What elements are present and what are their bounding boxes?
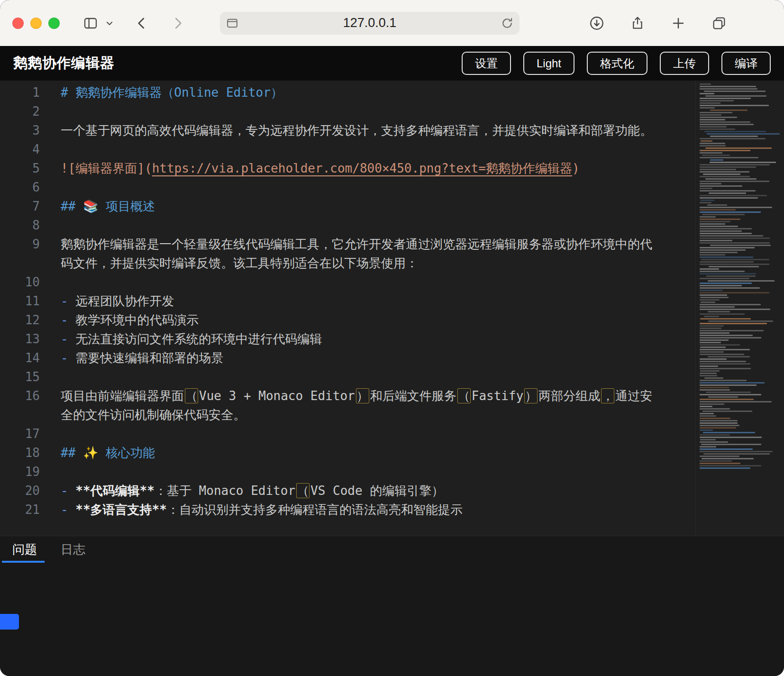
code-line[interactable]: 21- **多语言支持**：自动识别并支持多种编程语言的语法高亮和智能提示 xyxy=(0,500,784,519)
line-number: 11 xyxy=(0,292,40,311)
code-line[interactable]: 12- 教学环境中的代码演示 xyxy=(0,311,784,329)
format-button[interactable]: 格式化 xyxy=(587,52,647,75)
address-bar[interactable]: 127.0.0.1 xyxy=(220,12,520,35)
line-text: - **代码编辑**：基于 Monaco Editor（VS Code 的编辑引… xyxy=(61,481,444,500)
tab-problems-label: 问题 xyxy=(12,541,37,558)
upload-button[interactable]: 上传 xyxy=(660,52,709,75)
new-tab-button[interactable] xyxy=(667,12,689,34)
line-number: 6 xyxy=(0,178,40,197)
code-line[interactable]: 9鹅鹅协作编辑器是一个轻量级在线代码编辑工具，它允许开发者通过浏览器远程编辑服务… xyxy=(0,235,784,273)
tab-logs[interactable]: 日志 xyxy=(61,536,85,563)
downloads-button[interactable] xyxy=(586,12,608,34)
code-line[interactable]: 16项目由前端编辑器界面（Vue 3 + Monaco Editor）和后端文件… xyxy=(0,386,784,424)
line-number: 14 xyxy=(0,348,40,367)
code-line[interactable]: 11- 远程团队协作开发 xyxy=(0,292,784,311)
code-line[interactable]: 17 xyxy=(0,424,784,443)
tab-overview-button[interactable] xyxy=(708,12,730,34)
forward-button[interactable] xyxy=(167,12,189,34)
theme-toggle-button[interactable]: Light xyxy=(523,52,574,75)
line-text: ## ✨ 核心功能 xyxy=(61,443,155,462)
share-icon xyxy=(630,16,645,31)
line-text: - 需要快速编辑和部署的场景 xyxy=(61,348,223,367)
minimize-window-button[interactable] xyxy=(30,18,42,29)
code-line[interactable]: 20- **代码编辑**：基于 Monaco Editor（VS Code 的编… xyxy=(0,481,784,500)
chevron-down-icon xyxy=(105,19,114,27)
line-number: 15 xyxy=(0,367,40,386)
code-line[interactable]: 14- 需要快速编辑和部署的场景 xyxy=(0,348,784,367)
line-number: 5 xyxy=(0,159,40,178)
code-line[interactable]: 15 xyxy=(0,367,784,386)
code-line[interactable]: 2 xyxy=(0,102,784,121)
tab-problems[interactable]: 问题 xyxy=(12,536,37,563)
line-text: 一个基于网页的高效代码编辑器，专为远程协作开发设计，支持多种编程语言，并提供实时… xyxy=(61,121,652,140)
line-number: 20 xyxy=(0,481,40,500)
line-text: - 教学环境中的代码演示 xyxy=(61,311,199,329)
download-icon xyxy=(589,15,605,31)
code-line[interactable]: 3一个基于网页的高效代码编辑器，专为远程协作开发设计，支持多种编程语言，并提供实… xyxy=(0,121,784,140)
code-line[interactable]: 7## 📚 项目概述 xyxy=(0,197,784,216)
line-number: 3 xyxy=(0,121,40,140)
line-number: 21 xyxy=(0,500,40,519)
line-number: 12 xyxy=(0,311,40,329)
line-number: 7 xyxy=(0,197,40,216)
page-format-icon[interactable] xyxy=(226,17,239,30)
line-number: 8 xyxy=(0,216,40,235)
line-number: 13 xyxy=(0,329,40,348)
line-text: - 无法直接访问文件系统的环境中进行代码编辑 xyxy=(61,329,322,348)
bottom-panel: 问题 日志 xyxy=(0,536,784,676)
code-line[interactable]: 6 xyxy=(0,178,784,197)
line-number: 16 xyxy=(0,386,40,424)
plus-icon xyxy=(671,16,685,30)
forward-icon xyxy=(171,16,185,30)
line-number: 9 xyxy=(0,235,40,273)
line-number: 18 xyxy=(0,443,40,462)
sidebar-icon xyxy=(83,16,98,31)
code-line[interactable]: 13- 无法直接访问文件系统的环境中进行代码编辑 xyxy=(0,329,784,348)
line-number: 17 xyxy=(0,424,40,443)
app-header: 鹅鹅协作编辑器 设置 Light 格式化 上传 编译 xyxy=(0,46,784,81)
tabs-icon xyxy=(711,16,727,31)
minimap[interactable] xyxy=(696,81,784,536)
line-text: - 远程团队协作开发 xyxy=(61,292,174,311)
tab-group-menu-button[interactable] xyxy=(102,12,117,34)
code-line[interactable]: 4 xyxy=(0,140,784,159)
settings-button[interactable]: 设置 xyxy=(462,52,511,75)
sidebar-toggle-button[interactable] xyxy=(80,12,101,34)
browser-window: 127.0.0.1 xyxy=(0,0,784,676)
code-editor[interactable]: 1# 鹅鹅协作编辑器（Online Editor）23一个基于网页的高效代码编辑… xyxy=(0,81,784,536)
zoom-window-button[interactable] xyxy=(48,18,60,29)
code-line[interactable]: 10 xyxy=(0,273,784,292)
line-text: # 鹅鹅协作编辑器（Online Editor） xyxy=(61,83,283,102)
line-text: ![编辑器界面](https://via.placeholder.com/800… xyxy=(61,159,580,178)
line-number: 10 xyxy=(0,273,40,292)
line-number: 2 xyxy=(0,102,40,121)
line-number: 4 xyxy=(0,140,40,159)
line-text: 项目由前端编辑器界面（Vue 3 + Monaco Editor）和后端文件服务… xyxy=(61,386,653,424)
line-number: 19 xyxy=(0,462,40,481)
browser-chrome: 127.0.0.1 xyxy=(0,0,784,46)
url-text: 127.0.0.1 xyxy=(220,16,520,30)
back-icon xyxy=(135,16,149,30)
reload-button[interactable] xyxy=(501,17,514,30)
panel-body xyxy=(0,563,784,676)
code-line[interactable]: 8 xyxy=(0,216,784,235)
tab-logs-label: 日志 xyxy=(61,541,85,558)
compile-button[interactable]: 编译 xyxy=(721,52,771,75)
line-number: 1 xyxy=(0,83,40,102)
line-text: 鹅鹅协作编辑器是一个轻量级在线代码编辑工具，它允许开发者通过浏览器远程编辑服务器… xyxy=(61,235,653,273)
code-line[interactable]: 5![编辑器界面](https://via.placeholder.com/80… xyxy=(0,159,784,178)
close-window-button[interactable] xyxy=(12,18,24,29)
code-line[interactable]: 19 xyxy=(0,462,784,481)
code-line[interactable]: 1# 鹅鹅协作编辑器（Online Editor） xyxy=(0,83,784,102)
traffic-lights xyxy=(12,18,60,29)
code-line[interactable]: 18## ✨ 核心功能 xyxy=(0,443,784,462)
panel-tabs: 问题 日志 xyxy=(0,536,784,563)
back-button[interactable] xyxy=(131,12,153,34)
reload-icon xyxy=(501,17,514,30)
line-text: ## 📚 项目概述 xyxy=(61,197,155,216)
editor-lines: 1# 鹅鹅协作编辑器（Online Editor）23一个基于网页的高效代码编辑… xyxy=(0,81,784,519)
share-button[interactable] xyxy=(627,12,648,34)
panel-accent-badge xyxy=(0,614,19,630)
line-text: - **多语言支持**：自动识别并支持多种编程语言的语法高亮和智能提示 xyxy=(61,500,463,519)
app-title: 鹅鹅协作编辑器 xyxy=(13,54,115,73)
